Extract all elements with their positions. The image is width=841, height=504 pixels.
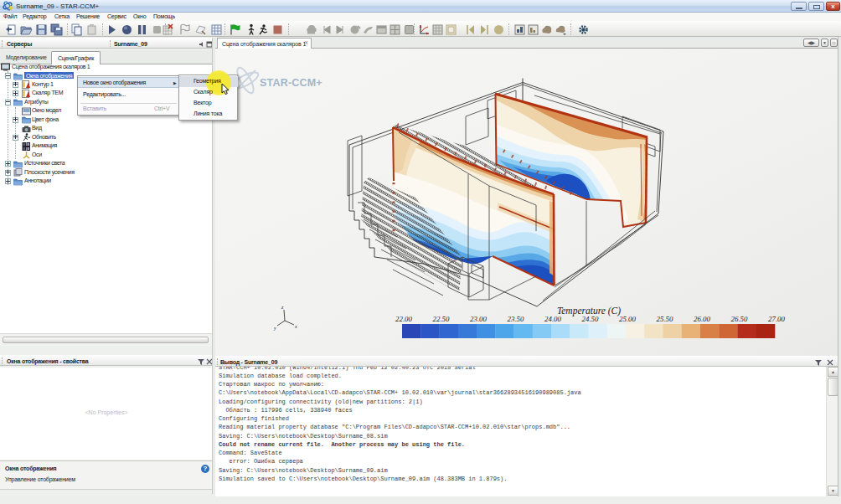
svg-text:26.00: 26.00 xyxy=(694,315,710,323)
svg-text:y: y xyxy=(273,326,276,331)
svg-text:x: x xyxy=(294,324,297,329)
svg-text:23.50: 23.50 xyxy=(508,315,524,323)
svg-text:27.00: 27.00 xyxy=(768,315,785,323)
svg-text:23.00: 23.00 xyxy=(470,315,487,323)
svg-text:24.00: 24.00 xyxy=(544,315,561,323)
svg-text:26.50: 26.50 xyxy=(731,315,748,323)
svg-text:24.50: 24.50 xyxy=(582,315,599,323)
svg-text:22.50: 22.50 xyxy=(433,315,450,323)
svg-text:STAR-CCM+: STAR-CCM+ xyxy=(260,77,322,89)
svg-text:25.00: 25.00 xyxy=(619,315,636,323)
svg-text:25.50: 25.50 xyxy=(657,315,673,323)
svg-text:22.00: 22.00 xyxy=(395,315,412,323)
